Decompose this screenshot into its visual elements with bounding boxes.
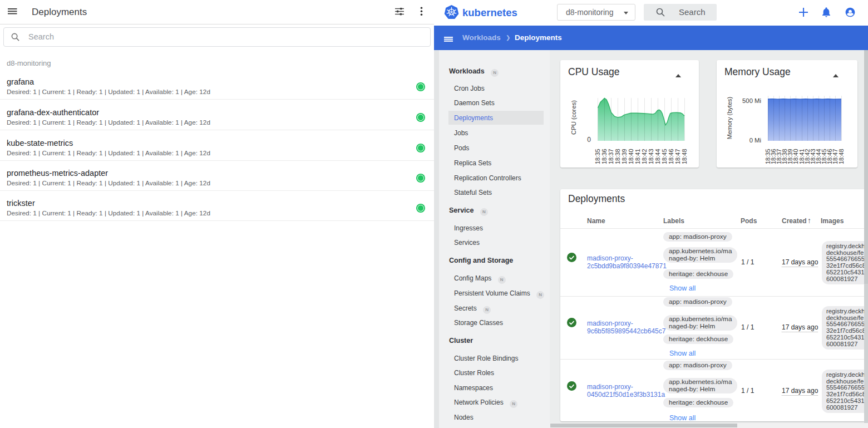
svg-text:18:38: 18:38: [614, 149, 621, 164]
svg-text:CPU (cores): CPU (cores): [570, 100, 577, 135]
svg-text:0 Mi: 0 Mi: [749, 137, 761, 144]
svg-text:18:40: 18:40: [628, 149, 634, 164]
svg-text:18:42: 18:42: [641, 149, 648, 164]
svg-text:18:48: 18:48: [681, 149, 688, 164]
svg-text:18:45: 18:45: [661, 149, 668, 164]
svg-text:18:46: 18:46: [668, 149, 674, 164]
svg-text:Memory (bytes): Memory (bytes): [726, 97, 733, 139]
svg-text:18:41: 18:41: [634, 149, 641, 164]
svg-text:18:39: 18:39: [621, 149, 628, 164]
svg-text:500 Mi: 500 Mi: [742, 97, 761, 104]
svg-text:18:35: 18:35: [594, 149, 601, 164]
svg-text:18:43: 18:43: [648, 149, 654, 164]
svg-text:0: 0: [587, 136, 591, 144]
svg-text:18:48: 18:48: [838, 149, 845, 164]
svg-text:18:36: 18:36: [601, 149, 608, 164]
svg-text:18:37: 18:37: [608, 149, 614, 164]
svg-text:18:44: 18:44: [654, 149, 661, 164]
svg-text:18:47: 18:47: [674, 149, 681, 164]
